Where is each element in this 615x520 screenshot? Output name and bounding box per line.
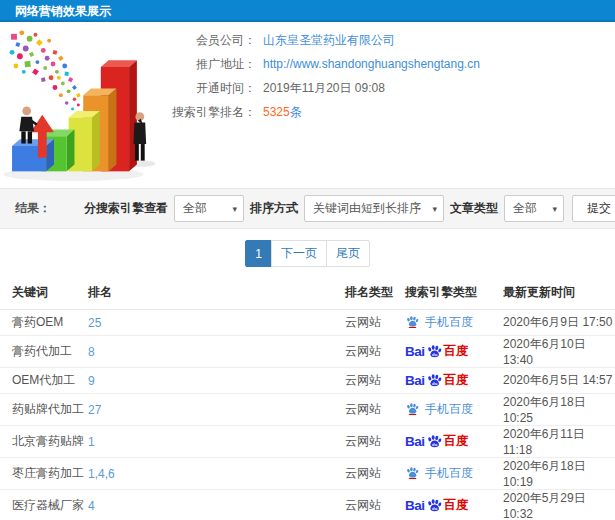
results-table: 关键词 排名 排名类型 搜索引擎类型 最新更新时间 膏药OEM25云网站手机百度… [0,280,615,520]
member-info-list: 会员公司： 山东皇圣堂药业有限公司 推广地址： http://www.shand… [186,22,615,188]
rank-cell: 25 [88,310,345,336]
updated-time-cell: 2020年6月10日 13:40 [503,336,615,368]
info-row-rank-count: 搜索引擎排名： 5325条 [186,100,615,124]
svg-text:du: du [432,380,438,385]
baidu-paw-icon: du [426,499,443,513]
rank-link[interactable]: 25 [88,316,101,330]
mobile-baidu-label: 手机百度 [425,465,473,482]
table-body: 膏药OEM25云网站手机百度2020年6月9日 17:50膏药代加工8云网站Ba… [0,310,615,520]
col-header-keyword: 关键词 [0,280,88,310]
info-row-company: 会员公司： 山东皇圣堂药业有限公司 [186,28,615,52]
rank-cell: 27 [88,394,345,426]
bar-blue [12,139,54,171]
article-type-value: 全部 [513,200,537,217]
rank-type-cell: 云网站 [345,490,405,520]
table-row: 膏药代加工8云网站Baidu百度2020年6月10日 13:40 [0,336,615,368]
rank-cell: 9 [88,368,345,394]
keyword-cell: 医疗器械厂家 [0,490,88,520]
table-row: 北京膏药贴牌1云网站Baidu百度2020年6月11日 11:18 [0,426,615,458]
rank-unit[interactable]: 条 [290,105,302,119]
rank-link[interactable]: 4 [88,499,95,513]
rank-type-cell: 云网站 [345,426,405,458]
engine-rank-label: 搜索引擎排名： [186,104,256,121]
article-type-select[interactable]: 全部 ▾ [504,195,564,222]
svg-text:du: du [432,505,438,510]
engine-type-cell: Baidu百度 [405,426,503,458]
baidu-logo-cn: 百度 [444,372,469,389]
page-button-current[interactable]: 1 [245,240,272,267]
chevron-down-icon: ▾ [552,204,557,214]
rank-link[interactable]: 27 [88,403,101,417]
updated-time-cell: 2020年6月18日 10:19 [503,458,615,490]
updated-time-cell: 2020年6月9日 17:50 [503,310,615,336]
page-button-last[interactable]: 尾页 [326,240,370,267]
sort-filter-label: 排序方式 [250,200,298,217]
baidu-logo-cn: 百度 [444,343,469,360]
rank-cell: 1,4,6 [88,458,345,490]
rank-cell: 1 [88,426,345,458]
table-row: 药贴牌代加工27云网站手机百度2020年6月18日 10:25 [0,394,615,426]
keyword-cell: 膏药OEM [0,310,88,336]
updated-time-cell: 2020年6月18日 10:25 [503,394,615,426]
submit-button[interactable]: 提交 [572,195,615,222]
baidu-engine-link[interactable]: Baidu百度 [405,433,469,450]
mobile-baidu-engine-link[interactable]: 手机百度 [405,314,473,331]
table-row: 枣庄膏药加工1,4,6云网站手机百度2020年6月18日 10:19 [0,458,615,490]
engine-type-cell: Baidu百度 [405,336,503,368]
engine-type-cell: 手机百度 [405,394,503,426]
sort-filter-value: 关键词由短到长排序 [313,200,421,217]
rank-type-cell: 云网站 [345,368,405,394]
table-row: 医疗器械厂家4云网站Baidu百度2020年5月29日 10:32 [0,490,615,520]
rank-cell: 4 [88,490,345,520]
keyword-cell: OEM代加工 [0,368,88,394]
table-row: OEM代加工9云网站Baidu百度2020年6月5日 14:57 [0,368,615,394]
rank-type-cell: 云网站 [345,394,405,426]
engine-type-cell: Baidu百度 [405,368,503,394]
baidu-paw-icon [405,316,420,328]
mobile-baidu-engine-link[interactable]: 手机百度 [405,465,473,482]
pagination: 1 下一页 尾页 [0,229,615,280]
rank-count: 5325 [263,105,290,119]
company-link[interactable]: 山东皇圣堂药业有限公司 [263,32,395,49]
chevron-down-icon: ▾ [232,204,237,214]
baidu-logo-latin: Bai [405,498,425,513]
baidu-logo-cn: 百度 [444,497,469,514]
rank-link[interactable]: 1 [88,435,95,449]
engine-filter-label: 分搜索引擎查看 [84,200,168,217]
person-left [19,106,37,143]
engine-filter-select[interactable]: 全部 ▾ [174,195,244,222]
col-header-rank-type: 排名类型 [345,280,405,310]
page-button-next[interactable]: 下一页 [271,240,327,267]
keyword-cell: 北京膏药贴牌 [0,426,88,458]
table-row: 膏药OEM25云网站手机百度2020年6月9日 17:50 [0,310,615,336]
updated-time-cell: 2020年6月5日 14:57 [503,368,615,394]
baidu-engine-link[interactable]: Baidu百度 [405,372,469,389]
sort-filter-select[interactable]: 关键词由短到长排序 ▾ [304,195,444,222]
engine-type-cell: 手机百度 [405,458,503,490]
baidu-logo-cn: 百度 [444,433,469,450]
col-header-updated: 最新更新时间 [503,280,615,310]
mobile-baidu-engine-link[interactable]: 手机百度 [405,401,473,418]
chevron-down-icon: ▾ [432,204,437,214]
col-header-engine-type: 搜索引擎类型 [405,280,503,310]
baidu-paw-icon [405,403,420,415]
promo-url-link[interactable]: http://www.shandonghuangshengtang.cn [263,57,480,71]
result-label: 结果： [15,200,51,217]
baidu-engine-link[interactable]: Baidu百度 [405,497,469,514]
bar-chart-illustration [0,27,186,185]
baidu-paw-icon: du [426,345,443,359]
rank-link[interactable]: 9 [88,374,95,388]
rank-cell: 8 [88,336,345,368]
page-header: 网络营销效果展示 [0,0,615,22]
table-header-row: 关键词 排名 排名类型 搜索引擎类型 最新更新时间 [0,280,615,310]
company-label: 会员公司： [186,32,256,49]
rank-type-cell: 云网站 [345,310,405,336]
rank-link[interactable]: 8 [88,345,95,359]
baidu-paw-icon [405,467,420,479]
engine-filter-value: 全部 [183,200,207,217]
rank-link[interactable]: 1,4,6 [88,467,115,481]
promo-url-label: 推广地址： [186,56,256,73]
filter-bar: 结果： 分搜索引擎查看 全部 ▾ 排序方式 关键词由短到长排序 ▾ 文章类型 全… [0,188,615,229]
baidu-engine-link[interactable]: Baidu百度 [405,343,469,360]
mobile-baidu-label: 手机百度 [425,314,473,331]
